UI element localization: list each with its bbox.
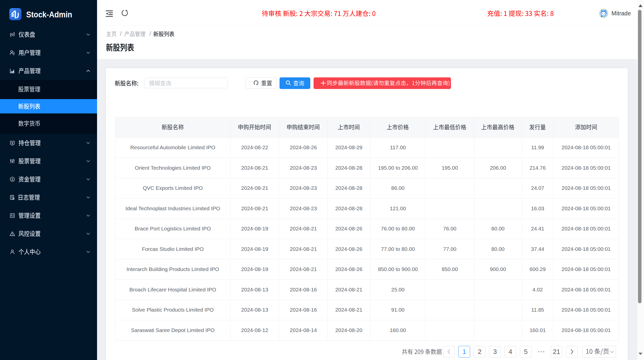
- svg-text:$: $: [11, 178, 13, 181]
